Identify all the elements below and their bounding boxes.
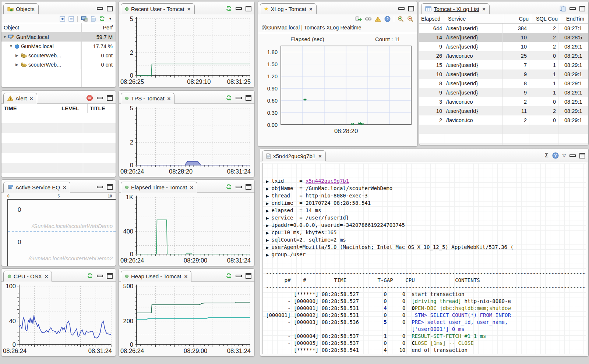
refresh-icon[interactable] [226,273,232,279]
xlog-list-row[interactable]: 9/user/{userId}10208:29:1 [419,42,588,51]
xlog-list-row[interactable]: 2/favicon.ico2008:29:1 [419,115,588,125]
alert-maximize-button[interactable] [107,95,113,101]
tab-xlog[interactable]: ★ XLog - Tomcat × [260,3,317,14]
close-icon[interactable]: × [187,6,191,12]
column-service[interactable]: Service [446,14,504,23]
close-icon[interactable]: × [190,185,193,190]
summary-sigma-icon[interactable]: Σ [545,152,549,159]
collapse-arrow-icon[interactable]: ▼ [3,35,8,39]
xlog-list-row[interactable]: 10/user/{userId}9108:29:1 [419,69,588,79]
refresh-icon[interactable] [226,95,232,101]
export-database-icon[interactable] [355,16,362,22]
tab-active-service-eq[interactable]: Active Service EQ × [3,182,70,193]
column-level[interactable]: LEVEL [59,104,87,113]
cpu-osx-maximize-button[interactable] [107,273,113,279]
xlog-list-row[interactable]: 14/user/{userId}10208:28:5 [419,33,588,42]
remote-object-icon[interactable] [81,16,88,22]
zoom-out-icon[interactable] [407,16,413,22]
view-menu-icon[interactable]: ▼ [109,17,112,21]
xlog-minimize-button[interactable] [398,7,405,10]
view-menu-icon[interactable]: ▽ [562,153,566,158]
xlog-list-row[interactable]: 8/user/{userId}8108:29:1 [419,79,588,88]
xlog-maximize-button[interactable] [408,6,414,11]
close-icon[interactable]: × [318,153,322,159]
collapse-all-icon[interactable] [68,16,74,22]
heap-used-maximize-button[interactable] [246,273,251,279]
tab-xlog-list[interactable]: Tomcat - XLog List × [421,3,490,14]
column-elapsed[interactable]: Elapsed [419,14,446,23]
xlog-list-row[interactable]: 26/favicon.ico25008:29:1 [419,51,588,60]
xlog-list-minimize-button[interactable] [569,7,576,10]
detail-maximize-button[interactable] [579,153,585,158]
recent-user-chart[interactable]: 52008:26:2508:29:1008:31:25 [119,14,254,88]
tps-maximize-button[interactable] [246,95,251,101]
close-icon[interactable]: × [309,6,313,12]
column-perf[interactable]: Perf [81,23,116,32]
help-icon[interactable]: ? [384,16,391,22]
zoom-in-icon[interactable] [398,16,404,22]
expand-marker-icon[interactable]: ▶ [266,253,269,257]
tree-row[interactable]: ▼GunMac.local59.7 M [1,32,116,42]
remove-all-icon[interactable] [86,94,93,101]
xlog-list-row[interactable]: 3/favicon.ico2008:29:1 [419,97,588,106]
tree-row[interactable]: ▶scouterWeb...0 cnt [1,51,116,60]
expand-all-icon[interactable] [60,16,65,22]
heap-used-minimize-button[interactable] [236,275,242,277]
refresh-icon[interactable] [226,6,232,11]
elapsed-time-chart[interactable]: 1K400008:26:2408:29:0008:31:24 [119,193,254,266]
warning-icon[interactable] [375,17,381,22]
active-service-eq-maximize-button[interactable] [107,184,113,190]
cpu-osx-minimize-button[interactable] [97,275,103,277]
detail-minimize-button[interactable] [569,154,576,157]
tree-row[interactable]: ▼GunMac.local17.74 % [1,42,116,51]
close-icon[interactable]: × [45,274,48,279]
tab-alert[interactable]: Alert × [3,93,37,104]
close-icon[interactable]: × [184,274,187,279]
tab-tps[interactable]: TPS - Tomcat × [121,93,174,104]
xlog-list-row[interactable]: 15/user/{userId}7108:29:1 [419,60,588,69]
expand-marker-icon[interactable]: ▶ [266,194,269,199]
elapsed-time-minimize-button[interactable] [236,186,242,188]
objects-maximize-button[interactable] [107,6,113,11]
column-endtime[interactable]: EndTim [560,14,588,23]
tab-elapsed-time[interactable]: Elapsed Time - Tomcat × [121,182,197,193]
recent-user-minimize-button[interactable] [236,7,242,10]
xlog-list-row[interactable]: 10/user/{userId}11208:29:1 [419,106,588,115]
copy-icon[interactable] [560,6,566,12]
refresh-icon[interactable] [226,184,232,190]
refresh-icon[interactable] [87,273,93,279]
column-title[interactable]: TITLE [87,104,116,113]
expand-arrow-icon[interactable]: ▶ [15,63,21,67]
column-object[interactable]: Object [1,25,81,31]
close-icon[interactable]: × [167,96,171,101]
eq-chart[interactable]: 0 /GunMac.local/scouterWebDemo 0 /GunMac… [7,199,116,266]
objects-minimize-button[interactable] [97,7,103,10]
collapse-arrow-icon[interactable]: ▼ [9,44,14,48]
close-icon[interactable]: × [63,185,66,190]
tab-recent-user[interactable]: Recent User - Tomcat × [121,3,195,14]
recent-user-maximize-button[interactable] [246,6,251,11]
expand-marker-icon[interactable]: ▶ [266,179,269,184]
tree-row[interactable]: ▶scouterWeb...0 cnt [1,60,116,69]
column-sql-count[interactable]: SQL Cou [531,14,560,23]
xlog-list-row[interactable]: 644/user/{userId}384208:27:1 [419,24,588,33]
expand-marker-icon[interactable]: ▶ [266,245,269,250]
help-icon[interactable]: ? [552,152,559,159]
heap-used-chart[interactable]: 500200008:26:2408:29:0008:31:24 [119,282,254,357]
eq-item[interactable]: 0 /GunMac.local/scouterWebDemo [8,200,116,231]
expand-marker-icon[interactable]: ▶ [266,186,269,191]
eq-item[interactable]: 0 /GunMac.local/scouterWebDemo2 [8,231,116,264]
tab-cpu-osx[interactable]: CPU - OSX × [3,271,52,282]
close-icon[interactable]: × [30,96,33,101]
active-service-eq-minimize-button[interactable] [97,186,103,188]
expand-marker-icon[interactable]: ▶ [266,201,269,206]
text-document-icon[interactable] [91,16,96,22]
tab-heap-used[interactable]: Heap Used - Tomcat × [121,271,191,282]
expand-arrow-icon[interactable]: ▶ [15,53,21,57]
detail-body[interactable]: ▶txid = x5n442quc9g7b1▶objName = /GunMac… [262,163,586,354]
expand-marker-icon[interactable]: ▶ [266,238,269,243]
xlog-scatter-chart[interactable]: 1.801.501.200.900.600.300.0008:28:20 [258,43,417,137]
cpu-osx-chart[interactable]: 10040008:26:2408:31:24 [1,282,116,357]
txid-link[interactable]: x5n442quc9g7b1 [306,178,349,184]
tab-objects[interactable]: Objects [3,3,39,14]
